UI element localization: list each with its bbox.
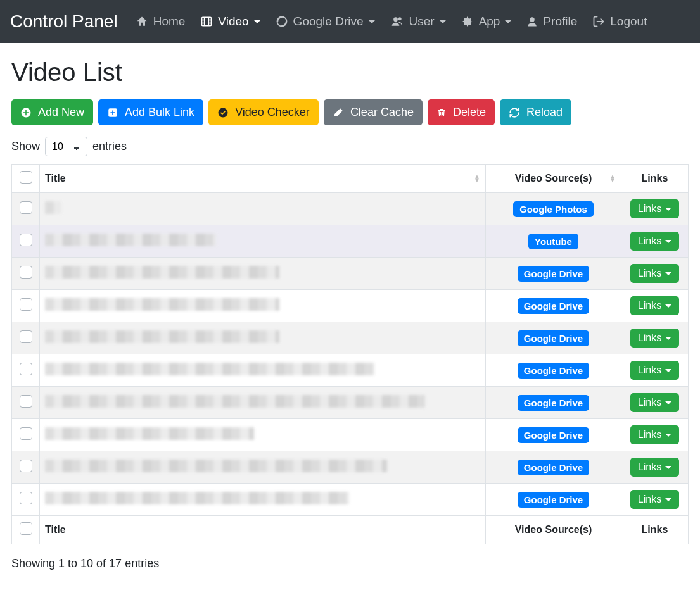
title-blurred: [45, 234, 216, 246]
delete-button[interactable]: Delete: [428, 99, 495, 125]
nav-item-profile[interactable]: Profile: [519, 9, 585, 34]
header-links-label: Links: [642, 173, 668, 184]
nav-item-logout[interactable]: Logout: [585, 9, 654, 34]
svg-point-2: [393, 17, 398, 22]
title-cell: [40, 322, 486, 354]
refresh-icon: [509, 107, 520, 118]
title-blurred: [45, 330, 279, 343]
source-badge: Google Drive: [518, 395, 589, 411]
row-checkbox[interactable]: [20, 427, 32, 440]
trash-icon: [436, 107, 447, 118]
chevron-down-icon: [665, 401, 671, 404]
row-checkbox[interactable]: [20, 492, 32, 504]
row-checkbox[interactable]: [20, 201, 32, 214]
chevron-down-icon: [369, 20, 375, 23]
chevron-down-icon: [665, 304, 671, 308]
plus-square-icon: [107, 107, 118, 118]
row-checkbox[interactable]: [20, 266, 32, 279]
links-dropdown-button[interactable]: Links: [630, 361, 679, 380]
footer-source: Video Source(s): [486, 516, 621, 544]
row-checkbox[interactable]: [20, 234, 32, 246]
chevron-down-icon: [665, 434, 671, 437]
toolbar: Add New Add Bulk Link Video Checker Clea…: [11, 99, 689, 125]
table-row: Google DriveLinks: [12, 387, 689, 419]
title-cell: [40, 258, 486, 290]
entries-select[interactable]: 102550100: [45, 137, 87, 156]
links-dropdown-button[interactable]: Links: [630, 232, 679, 251]
nav-item-label: Google Drive: [293, 15, 364, 28]
table-row: Google PhotosLinks: [12, 193, 689, 225]
nav-item-app[interactable]: App: [454, 9, 519, 34]
main-container: Video List Add New Add Bulk Link Video C…: [0, 43, 700, 586]
add-bulk-link-button[interactable]: Add Bulk Link: [98, 99, 203, 125]
title-cell: [40, 193, 486, 225]
footer-checkbox-cell: [12, 516, 40, 544]
video-checker-button[interactable]: Video Checker: [208, 99, 319, 125]
show-label: Show: [11, 140, 40, 153]
add-new-label: Add New: [38, 104, 84, 120]
entries-label: entries: [92, 140, 127, 153]
chevron-down-icon: [254, 20, 260, 23]
links-dropdown-button[interactable]: Links: [630, 425, 679, 444]
title-cell: [40, 419, 486, 451]
user-icon: [526, 15, 538, 28]
links-dropdown-button[interactable]: Links: [630, 296, 679, 315]
header-title[interactable]: Title ▲▼: [40, 165, 486, 193]
sort-icon: ▲▼: [609, 175, 616, 182]
chevron-down-icon: [505, 20, 511, 23]
title-cell: [40, 225, 486, 258]
source-badge: Google Drive: [518, 330, 589, 346]
chevron-down-icon: [665, 208, 671, 211]
footer-title: Title: [40, 516, 486, 544]
chevron-down-icon: [665, 498, 671, 501]
sort-icon: ▲▼: [474, 175, 480, 182]
links-dropdown-button[interactable]: Links: [630, 264, 679, 283]
table-row: Google DriveLinks: [12, 484, 689, 516]
links-dropdown-button[interactable]: Links: [630, 458, 679, 477]
nav-item-label: Video: [218, 15, 248, 28]
film-icon: [200, 15, 213, 28]
links-dropdown-button[interactable]: Links: [630, 393, 679, 412]
plus-circle-icon: [20, 107, 32, 118]
header-source[interactable]: Video Source(s) ▲▼: [486, 165, 621, 193]
chevron-down-icon: [440, 20, 446, 23]
source-badge: Youtube: [528, 234, 578, 249]
links-dropdown-button[interactable]: Links: [630, 199, 679, 218]
nav-item-user[interactable]: User: [383, 9, 454, 34]
title-cell: [40, 290, 486, 322]
add-new-button[interactable]: Add New: [11, 99, 93, 125]
source-badge: Google Drive: [518, 266, 589, 282]
row-checkbox[interactable]: [20, 395, 32, 408]
navbar-brand[interactable]: Control Panel: [10, 11, 118, 32]
select-all-checkbox[interactable]: [20, 171, 32, 184]
svg-point-4: [530, 17, 535, 22]
nav-item-video[interactable]: Video: [193, 9, 267, 34]
title-blurred: [45, 395, 425, 408]
row-checkbox[interactable]: [20, 298, 32, 311]
row-checkbox[interactable]: [20, 363, 32, 375]
source-badge: Google Drive: [518, 460, 589, 475]
clear-cache-button[interactable]: Clear Cache: [324, 99, 423, 125]
delete-label: Delete: [453, 104, 486, 120]
chevron-down-icon: [665, 337, 671, 340]
nav-item-google-drive[interactable]: Google Drive: [268, 9, 383, 34]
links-dropdown-button[interactable]: Links: [630, 329, 679, 348]
row-checkbox[interactable]: [20, 330, 32, 343]
nav-item-label: Logout: [610, 15, 647, 28]
length-control: Show 102550100 entries: [11, 137, 689, 156]
links-dropdown-button[interactable]: Links: [630, 490, 679, 509]
reload-button[interactable]: Reload: [500, 99, 571, 125]
title-cell: [40, 484, 486, 516]
source-badge: Google Drive: [518, 298, 589, 314]
navbar: Control Panel HomeVideoGoogle DriveUserA…: [0, 0, 700, 43]
row-checkbox[interactable]: [20, 460, 32, 472]
cog-icon: [461, 15, 474, 28]
select-all-footer-checkbox[interactable]: [20, 522, 32, 535]
title-blurred: [45, 266, 279, 279]
table-row: Google DriveLinks: [12, 419, 689, 451]
nav-item-label: Profile: [543, 15, 577, 28]
video-table: Title ▲▼ Video Source(s) ▲▼ Links Google…: [11, 164, 689, 544]
check-circle-icon: [217, 107, 229, 118]
nav-item-home[interactable]: Home: [128, 9, 193, 34]
title-blurred: [45, 298, 279, 311]
